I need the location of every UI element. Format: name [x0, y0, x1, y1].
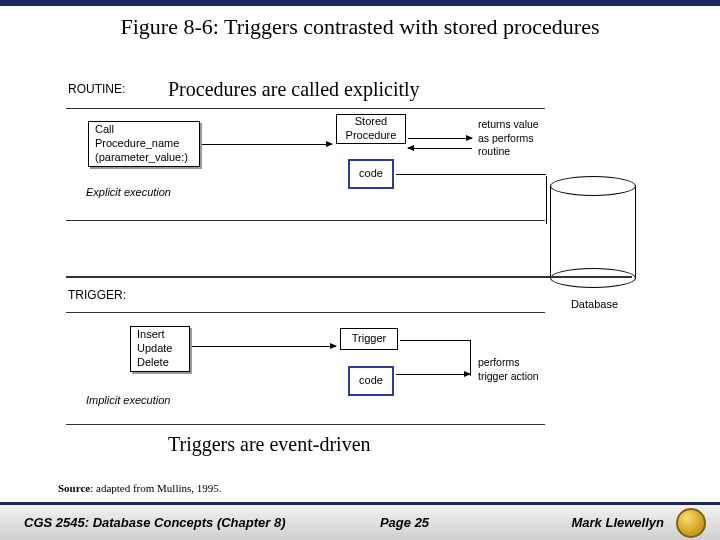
arrow-icon [408, 148, 472, 149]
stored-procedure-box: Stored Procedure [336, 114, 406, 144]
footer-author: Mark Llewellyn [491, 515, 664, 530]
trigger-box: Trigger [340, 328, 398, 350]
connector-line [546, 176, 547, 224]
divider [66, 108, 545, 109]
divider [66, 220, 545, 221]
implicit-label: Implicit execution [86, 394, 170, 406]
routine-label: ROUTINE: [68, 82, 125, 96]
arrow-icon [202, 144, 332, 145]
figure-title: Figure 8-6: Triggers contrasted with sto… [0, 6, 720, 46]
source-text: : adapted from Mullins, 1995. [90, 482, 221, 494]
arrow-icon [396, 374, 470, 375]
performs-note: performs trigger action [478, 356, 586, 383]
source-prefix: Source [58, 482, 90, 494]
connector-line [396, 174, 546, 175]
divider [66, 312, 545, 313]
diagram-area: ROUTINE: Procedures are called explicitl… [58, 56, 700, 474]
slide-footer: CGS 2545: Database Concepts (Chapter 8) … [0, 502, 720, 540]
database-label: Database [571, 298, 618, 310]
code-box: code [348, 159, 394, 189]
section-separator [66, 276, 632, 278]
code-box: code [348, 366, 394, 396]
arrow-icon [408, 138, 472, 139]
insert-update-delete-box: Insert Update Delete [130, 326, 190, 372]
returns-note: returns value as performs routine [478, 118, 586, 159]
ucf-logo-icon [676, 508, 706, 538]
call-procedure-box: Call Procedure_name (parameter_value:) [88, 121, 200, 167]
divider [66, 424, 545, 425]
source-citation: Source: adapted from Mullins, 1995. [58, 482, 222, 494]
connector-line [400, 340, 470, 341]
triggers-caption: Triggers are event-driven [168, 433, 371, 456]
explicit-label: Explicit execution [86, 186, 171, 198]
trigger-label: TRIGGER: [68, 288, 126, 302]
footer-course: CGS 2545: Database Concepts (Chapter 8) [0, 515, 318, 530]
arrow-icon [192, 346, 336, 347]
procedures-caption: Procedures are called explicitly [168, 78, 420, 101]
database-cylinder-icon [550, 176, 636, 288]
footer-page: Page 25 [318, 515, 491, 530]
